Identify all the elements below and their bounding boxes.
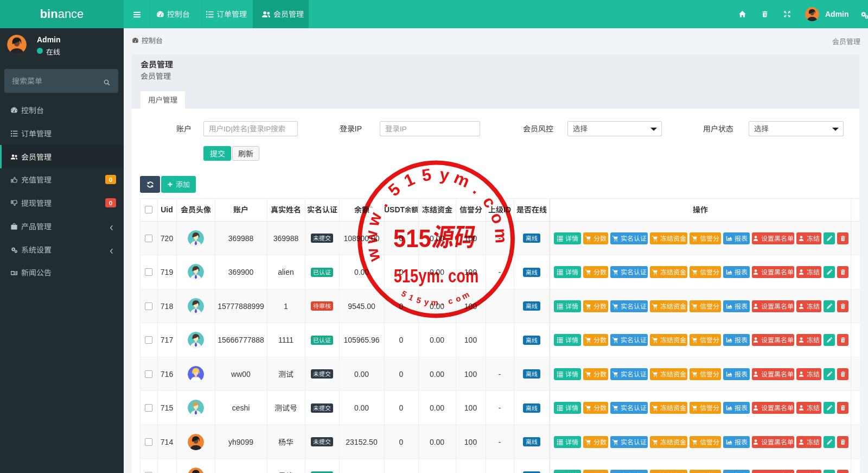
- svg-text:m: m: [491, 228, 510, 244]
- svg-text:w: w: [362, 246, 384, 264]
- svg-text:515ym. com: 515ym. com: [394, 264, 479, 287]
- svg-text:w: w: [363, 210, 386, 229]
- svg-text:c: c: [479, 193, 500, 211]
- svg-text:5: 5: [416, 295, 423, 305]
- svg-text:c: c: [447, 296, 454, 306]
- svg-text:m: m: [460, 289, 471, 301]
- svg-text:w: w: [362, 230, 381, 244]
- svg-text:y: y: [424, 297, 430, 307]
- svg-text:y: y: [439, 165, 451, 185]
- svg-text:o: o: [487, 210, 508, 226]
- svg-text:1: 1: [401, 169, 417, 191]
- svg-text:m: m: [431, 298, 438, 307]
- svg-text:.: .: [373, 196, 392, 211]
- svg-text:5: 5: [420, 165, 432, 185]
- svg-text:.: .: [441, 298, 444, 307]
- svg-text:5: 5: [385, 179, 404, 200]
- svg-text:.: .: [469, 180, 485, 198]
- svg-text:5: 5: [400, 288, 409, 299]
- svg-text:1: 1: [407, 292, 415, 302]
- svg-text:515: 515: [393, 224, 431, 252]
